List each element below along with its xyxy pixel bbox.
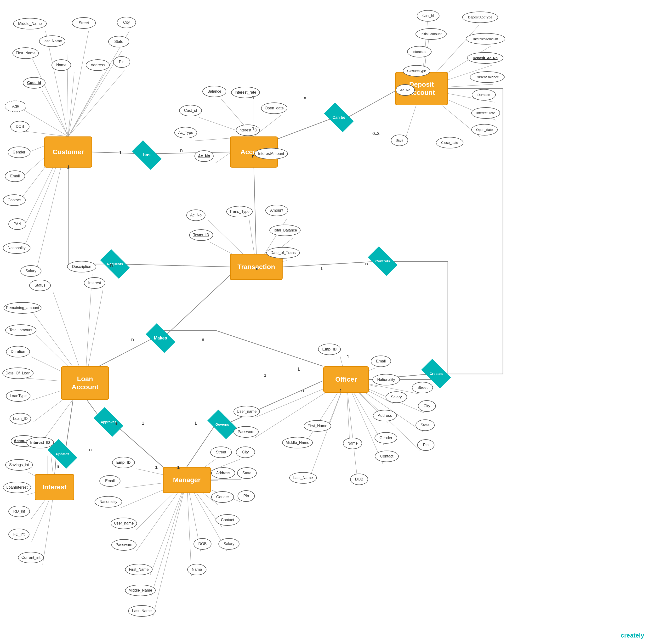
attr-dep-closedate: Close_date: [436, 137, 463, 148]
attr-loan-interest: Interest: [84, 277, 105, 289]
svg-line-28: [45, 31, 68, 136]
card-has-n: n: [180, 148, 183, 153]
attr-dep-duration: Duration: [472, 89, 496, 100]
relationship-updates-label: Updates: [49, 446, 76, 462]
attr-age: Age: [5, 100, 26, 112]
svg-line-15: [216, 330, 323, 366]
card-canbe-02: 0..2: [373, 131, 380, 136]
attr-mgr-username: User_name: [111, 518, 137, 529]
attr-acc-intamt: InterestAmount: [254, 148, 288, 159]
attr-mgr-state: State: [237, 467, 257, 479]
attr-off-address: Address: [373, 410, 397, 421]
relationship-canbe-label: Can be: [326, 110, 352, 125]
attr-loan-loanid: Loan_ID: [10, 413, 31, 424]
card-mgr-1b: 1: [155, 465, 158, 470]
attr-mgr-city: City: [236, 447, 255, 458]
attr-loan-remamt: Remaining_amount: [4, 302, 41, 314]
attr-mgr-firstname: First_Name: [125, 564, 153, 575]
attr-mgr-address: Address: [211, 467, 235, 479]
attr-acc-intrate: Interest_rate: [231, 87, 260, 98]
attr-tx-totbal: Total_Balance: [269, 225, 301, 236]
attr-contact: Contact: [3, 194, 26, 206]
attr-off-name: Name: [343, 438, 362, 449]
attr-dep-acno: Deposit_Ac_No: [467, 52, 504, 64]
attr-address: Address: [86, 59, 110, 71]
attr-tx-dotrans: Date_of_Trans: [266, 247, 300, 259]
attr-off-password: Password: [233, 426, 259, 438]
attr-loan-status: Status: [29, 280, 51, 291]
relationship-requests-label: Requests: [102, 256, 128, 272]
attr-name: Name: [51, 59, 71, 71]
svg-line-98: [346, 379, 357, 474]
entity-officer: Officer: [323, 366, 369, 393]
attr-acc-opendate: Open_date: [261, 102, 287, 114]
attr-off-state: State: [416, 419, 435, 431]
creately-logo: creately: [621, 632, 644, 639]
card-cust-1: 1: [67, 165, 70, 170]
attr-mgr-dob: DOB: [193, 538, 212, 550]
attr-dep-opendate: Open_date: [471, 124, 497, 136]
card-off-1a: 1: [297, 367, 300, 372]
attr-dep-initamt: Initial_amount: [416, 28, 447, 40]
svg-line-108: [153, 480, 187, 617]
svg-line-1: [152, 152, 230, 154]
attr-cust-id: Cust_id: [23, 77, 45, 89]
entity-loan-account: Loan Account: [61, 366, 109, 400]
attr-mgr-middlename: Middle_Name: [125, 585, 156, 596]
attr-middle-name: Middle_Name: [13, 18, 47, 30]
attr-off-contact: Contact: [375, 451, 399, 462]
attr-first-name: First_Name: [12, 47, 39, 59]
attr-off-city: City: [418, 400, 436, 412]
card-appr-1: 1: [142, 421, 144, 426]
card-upd-n: n: [56, 464, 59, 469]
attr-loan-desc: Description: [67, 261, 96, 272]
card-req-n: n: [110, 263, 113, 268]
svg-line-35: [68, 74, 103, 136]
attr-street: Street: [72, 17, 96, 29]
attr-off-empid: Emp_ID: [318, 343, 341, 355]
card-has-1: 1: [119, 150, 122, 155]
attr-dep-acno2: Ac_No: [396, 84, 415, 96]
card-mgr-1a: 1: [177, 465, 180, 470]
svg-line-34: [68, 72, 74, 136]
attr-dep-intid: InterestId: [407, 46, 432, 57]
attr-mgr-nationality: Nationality: [95, 496, 122, 508]
attr-acc-intid: Interest_ID: [236, 125, 260, 136]
relationship-creates-label: Creates: [423, 366, 449, 381]
connections-svg: [0, 0, 649, 644]
attr-mgr-password: Password: [112, 539, 136, 551]
svg-line-3: [347, 91, 395, 118]
relationship-has-label: has: [134, 147, 160, 163]
attr-mgr-salary: Salary: [218, 538, 240, 550]
attr-int-loanint: LoanInterest: [3, 482, 31, 493]
attr-dob: DOB: [10, 121, 30, 132]
card-dep-1: 1: [252, 95, 254, 100]
card-off-1c: 1: [340, 388, 342, 393]
attr-mgr-gender: Gender: [211, 491, 234, 503]
attr-salary: Salary: [20, 265, 41, 277]
attr-off-pin: Pin: [417, 439, 434, 451]
relationship-controls-label: Controls: [370, 253, 396, 269]
attr-tx-transtype: Trans_Type: [226, 206, 253, 217]
svg-line-4: [254, 168, 256, 254]
card-acc-tx-1: 1: [252, 126, 254, 131]
card-ctrl-n2: n: [365, 262, 368, 267]
attr-off-username: User_name: [233, 406, 260, 417]
entity-manager: Manager: [163, 467, 211, 493]
relationship-approves-label: Approves: [95, 414, 122, 430]
attr-pan: PAN: [8, 218, 26, 230]
attr-dep-intrate: Interest_rate: [471, 107, 500, 119]
attr-gender: Gender: [8, 146, 31, 158]
attr-dep-days: days: [391, 135, 408, 146]
diagram-container: Customer Account Deposit Account Transac…: [0, 0, 649, 644]
card-dep-n: n: [304, 95, 306, 100]
card-appr-n: n: [115, 421, 117, 426]
attr-pin: Pin: [113, 56, 130, 68]
svg-line-5: [283, 262, 377, 267]
attr-int-rdint: RD_int: [8, 506, 30, 517]
attr-loan-totamt: Total_amount: [5, 324, 36, 336]
svg-line-106: [150, 480, 187, 576]
attr-mgr-contact: Contact: [216, 514, 240, 526]
attr-acc-acno: Ac_No: [194, 150, 214, 162]
card-upd-n2: n: [89, 447, 92, 452]
